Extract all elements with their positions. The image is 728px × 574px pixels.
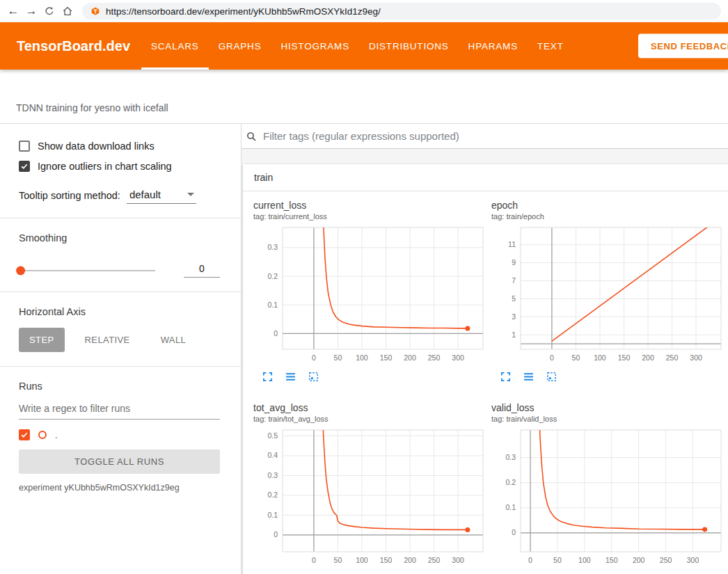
checkbox-row[interactable]: Ignore outliers in chart scaling bbox=[19, 161, 220, 172]
x-tick-label: 0 bbox=[550, 353, 554, 362]
url-text[interactable]: https://tensorboard.dev/experiment/yKUbh… bbox=[106, 6, 381, 17]
home-icon[interactable] bbox=[58, 6, 77, 17]
tab-scalars[interactable]: SCALARS bbox=[141, 22, 209, 70]
tooltip-sorting-label: Tooltip sorting method: bbox=[19, 190, 120, 201]
smoothing-section: Smoothing 0 bbox=[0, 232, 241, 278]
chart-tag-subtitle: tag: train/valid_loss bbox=[491, 415, 726, 423]
fit-domain-icon[interactable] bbox=[546, 371, 557, 383]
x-tick-label: 200 bbox=[404, 353, 416, 362]
data-list-icon[interactable] bbox=[523, 371, 535, 383]
smoothing-slider[interactable] bbox=[19, 270, 155, 271]
axis-button-step[interactable]: STEP bbox=[19, 328, 65, 352]
group-header-train[interactable]: train bbox=[243, 164, 728, 191]
run-color-circle[interactable] bbox=[38, 431, 47, 439]
smoothing-value[interactable]: 0 bbox=[184, 263, 220, 278]
tab-graphs[interactable]: GRAPHS bbox=[209, 22, 271, 70]
chart-title: tot_avg_loss bbox=[253, 402, 488, 413]
x-tick-label: 300 bbox=[687, 556, 699, 564]
x-tick-label: 100 bbox=[578, 556, 591, 564]
address-bar[interactable]: https://tensorboard.dev/experiment/yKUbh… bbox=[82, 3, 721, 19]
runs-label: Runs bbox=[19, 381, 220, 392]
y-tick-label: 0.5 bbox=[267, 431, 278, 440]
run-checkbox[interactable] bbox=[19, 429, 30, 440]
y-tick-label: 0.1 bbox=[267, 301, 278, 309]
x-tick-label: 50 bbox=[334, 556, 342, 564]
x-tick-label: 300 bbox=[690, 353, 702, 362]
experiment-title: TDNN training for yesno with icefall bbox=[16, 102, 168, 113]
y-tick-label: 0.3 bbox=[505, 453, 516, 461]
x-tick-label: 150 bbox=[618, 353, 631, 362]
fullscreen-icon[interactable] bbox=[262, 371, 274, 383]
cards-area: train current_losstag: train/current_los… bbox=[242, 149, 728, 574]
reload-icon[interactable] bbox=[40, 6, 58, 17]
y-tick-label: 0.2 bbox=[267, 491, 278, 499]
charts-grid: current_losstag: train/current_loss00.10… bbox=[243, 191, 728, 574]
x-tick-label: 100 bbox=[356, 556, 368, 564]
chart-tag-subtitle: tag: train/current_loss bbox=[253, 212, 488, 221]
x-tick-label: 250 bbox=[428, 556, 441, 564]
plot-border bbox=[283, 228, 483, 349]
line-chart[interactable]: 00.10.20.30.40.5050100150200250300 bbox=[253, 426, 486, 570]
smoothing-slider-row: 0 bbox=[19, 263, 220, 278]
x-tick-label: 300 bbox=[452, 556, 464, 564]
x-tick-label: 150 bbox=[380, 556, 393, 564]
axis-button-relative[interactable]: RELATIVE bbox=[74, 328, 141, 352]
back-icon[interactable]: ← bbox=[4, 4, 22, 18]
series-line bbox=[322, 426, 468, 529]
line-chart[interactable]: 1357911050100150200250300 bbox=[491, 224, 724, 367]
checkbox-checked[interactable] bbox=[19, 161, 30, 172]
x-tick-label: 150 bbox=[606, 556, 618, 564]
sidebar-divider bbox=[0, 292, 241, 292]
tooltip-sorting-dropdown[interactable]: default bbox=[127, 187, 196, 204]
tab-histograms[interactable]: HISTOGRAMS bbox=[271, 22, 359, 70]
browser-toolbar: ← → https://tensorboard.dev/experiment/y… bbox=[0, 0, 728, 22]
x-tick-label: 50 bbox=[572, 353, 580, 362]
line-chart[interactable]: 00.10.20.3050100150200250300 bbox=[253, 224, 486, 367]
tag-filter-input[interactable] bbox=[262, 129, 722, 143]
horizontal-axis-section: Horizontal Axis STEPRELATIVEWALL bbox=[0, 306, 241, 352]
series-end-dot bbox=[465, 326, 470, 330]
tab-text[interactable]: TEXT bbox=[528, 22, 573, 70]
x-tick-label: 0 bbox=[312, 353, 316, 362]
plot-border bbox=[521, 228, 721, 349]
x-tick-label: 250 bbox=[666, 353, 679, 362]
axis-buttons: STEPRELATIVEWALL bbox=[19, 328, 220, 352]
data-list-icon[interactable] bbox=[285, 371, 296, 383]
fit-domain-icon[interactable] bbox=[308, 371, 319, 383]
toggle-all-runs-button[interactable]: TOGGLE ALL RUNS bbox=[19, 449, 220, 474]
slider-thumb[interactable] bbox=[16, 266, 25, 275]
runs-section: Runs . TOGGLE ALL RUNS experiment yKUbhb… bbox=[0, 381, 241, 493]
dropdown-value: default bbox=[129, 189, 161, 200]
series-end-dot bbox=[465, 527, 470, 532]
app-logo[interactable]: TensorBoard.dev bbox=[17, 38, 130, 54]
runs-filter-input[interactable] bbox=[19, 399, 220, 420]
horizontal-axis-label: Horizontal Axis bbox=[19, 306, 220, 317]
chart-tag-subtitle: tag: train/tot_avg_loss bbox=[253, 415, 488, 423]
x-tick-label: 200 bbox=[404, 556, 416, 564]
line-chart[interactable]: 00.10.20.3050100150200250300 bbox=[491, 426, 724, 570]
y-tick-label: 9 bbox=[512, 258, 516, 266]
checkbox-unchecked[interactable] bbox=[19, 141, 30, 152]
send-feedback-button[interactable]: SEND FEEDBACK bbox=[638, 34, 728, 58]
fullscreen-icon[interactable] bbox=[500, 371, 512, 383]
run-row[interactable]: . bbox=[19, 429, 220, 440]
series-line bbox=[539, 426, 705, 529]
chart-actions bbox=[500, 371, 726, 383]
run-name: . bbox=[55, 430, 58, 440]
tab-hparams[interactable]: HPARAMS bbox=[459, 22, 528, 70]
forward-icon[interactable]: → bbox=[22, 4, 40, 18]
plot-border bbox=[283, 430, 483, 552]
train-group-card: train current_losstag: train/current_los… bbox=[243, 164, 728, 574]
y-tick-label: 7 bbox=[512, 276, 516, 285]
search-icon bbox=[246, 131, 257, 142]
x-tick-label: 250 bbox=[660, 556, 672, 564]
axis-button-wall[interactable]: WALL bbox=[150, 328, 197, 352]
tag-filter-bar bbox=[242, 124, 728, 149]
sidebar-divider bbox=[0, 366, 241, 367]
y-tick-label: 0 bbox=[274, 530, 278, 539]
y-tick-label: 0.3 bbox=[267, 471, 278, 479]
y-tick-label: 0 bbox=[274, 329, 278, 337]
tab-distributions[interactable]: DISTRIBUTIONS bbox=[359, 22, 459, 70]
checkbox-row[interactable]: Show data download links bbox=[19, 141, 220, 152]
chart-card-current_loss: current_losstag: train/current_loss00.10… bbox=[253, 193, 488, 383]
